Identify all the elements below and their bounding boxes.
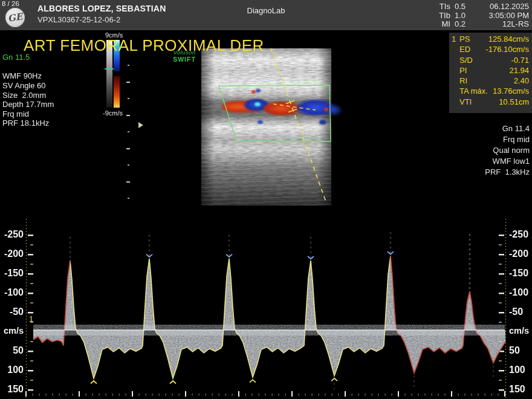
- time-ruler: [25, 391, 505, 397]
- left-param: Size 2.0mm: [2, 91, 54, 100]
- velocity-tick-right: 50: [509, 345, 532, 356]
- left-param: WMF 90Hz: [2, 71, 54, 81]
- measurement-value: -0.71: [473, 56, 529, 65]
- doppler-cursor-line: [271, 48, 326, 203]
- measurement-value: 10.51cm: [472, 97, 529, 106]
- probe-name: 12L-RS: [489, 20, 530, 29]
- grayscale-marker: [105, 68, 114, 70]
- measurement-row: TA máx.13.76cm/s: [452, 86, 529, 97]
- exam-time: 3:05:00 PM: [489, 11, 530, 21]
- ge-logo-monogram: GE: [7, 11, 24, 24]
- focus-marker-icon: [138, 122, 143, 128]
- right-param: Gn 11.4: [485, 123, 530, 134]
- baseline-line: [33, 329, 505, 330]
- measurement-label: ED: [459, 45, 470, 54]
- facility-name: DiagnoLab: [247, 6, 285, 15]
- measurement-panel: 1PS125.84cm/sED-176.10cm/sS/D-0.71PI21.9…: [449, 33, 532, 113]
- spectral-doppler-display: [0, 218, 532, 399]
- measurement-row: RI2.40: [452, 76, 529, 86]
- velocity-tick-left: -250: [0, 229, 24, 240]
- frame-counter: 8 / 26: [2, 0, 19, 7]
- velocity-tick-right: -250: [509, 229, 532, 240]
- measurement-row: 1PS125.84cm/s: [452, 34, 529, 45]
- left-param: SV Angle 60: [2, 81, 54, 91]
- measurement-row: S/D-0.71: [452, 56, 529, 66]
- measurement-label: VTI: [459, 97, 472, 106]
- velocity-tick-right: cm/s: [509, 326, 532, 336]
- safety-label: MI: [441, 20, 450, 29]
- depth-tick-dot: [128, 164, 129, 166]
- axis-ticks: [28, 235, 504, 391]
- exam-date: 06.12.2025: [489, 2, 530, 11]
- doppler-waveform: [33, 230, 505, 391]
- right-param: WMF low1: [485, 156, 530, 167]
- bmode-overlay: [201, 48, 331, 207]
- angle-correct-line: [273, 104, 316, 110]
- patient-name: ALBORES LOPEZ, SEBASTIAN: [37, 4, 166, 13]
- measurement-label: PI: [459, 66, 467, 75]
- right-param: Frq mid: [485, 134, 530, 145]
- measurement-row: ED-176.10cm/s: [452, 45, 529, 55]
- depth-tick-dot: [128, 98, 129, 99]
- depth-tick-dash: [126, 148, 130, 149]
- safety-row: TIb1.0: [439, 11, 465, 21]
- velocity-tick-left: 100: [0, 365, 24, 375]
- velocity-tick-left: -50: [0, 307, 24, 317]
- velocity-tick-right: -200: [509, 248, 532, 259]
- depth-tick-dash: [126, 82, 130, 83]
- measurement-label: S/D: [459, 56, 473, 65]
- acoustic-output-block: TIs0.5TIb1.0MI0.2: [439, 2, 465, 29]
- measurement-value: 125.84cm/s: [470, 34, 529, 44]
- safety-value: 1.0: [455, 11, 465, 21]
- ultrasound-screen: { "header": { "frame_counter": "8 / 26",…: [0, 0, 532, 399]
- safety-value: 0.5: [455, 2, 465, 11]
- measurement-label: PS: [459, 34, 470, 44]
- safety-value: 0.2: [455, 20, 465, 29]
- left-param: Depth 17.7mm: [2, 100, 54, 109]
- measurement-value: -176.10cm/s: [470, 45, 529, 54]
- velocity-tick-left: -150: [0, 268, 24, 279]
- measurement-label: RI: [459, 76, 467, 85]
- velocity-tick-left: -200: [0, 248, 24, 259]
- velocity-tick-right: -100: [509, 287, 532, 298]
- brand-watermark-line2: SWIFT: [173, 56, 196, 63]
- right-param: Qual norm: [485, 145, 530, 156]
- measurement-row: VTI10.51cm: [452, 97, 529, 108]
- measurement-label: TA máx.: [459, 86, 488, 96]
- dip-caret: [91, 381, 97, 384]
- depth-tick-dash: [126, 181, 130, 183]
- header-bar: 8 / 26 GE ALBORES LOPEZ, SEBASTIAN VPXL3…: [0, 0, 532, 30]
- color-box: [219, 85, 331, 141]
- safety-label: TIs: [440, 2, 450, 11]
- measurement-index: 1: [452, 34, 459, 44]
- safety-label: TIb: [439, 11, 450, 21]
- dip-caret: [250, 380, 256, 383]
- exam-annotation: ART FEMORAL PROXIMAL DER: [24, 36, 264, 55]
- safety-row: TIs0.5: [439, 2, 465, 11]
- velocity-tick-right: 150: [509, 384, 532, 395]
- left-param: Frq mid: [2, 109, 54, 119]
- measurement-value: 2.40: [467, 76, 529, 85]
- measurement-value: 21.94: [467, 66, 529, 75]
- safety-row: MI0.2: [439, 20, 465, 29]
- depth-tick-dash: [126, 115, 130, 116]
- velocity-tick-left: cm/s: [0, 326, 24, 336]
- measurement-row: PI21.94: [452, 66, 529, 76]
- right-param: PRF 1.3kHz: [485, 167, 530, 178]
- right-parameter-block: Gn 11.4Frq midQual normWMF low1PRF 1.3kH…: [485, 123, 530, 178]
- trace-carets: [91, 251, 394, 383]
- cycle-number-marker: 1: [29, 314, 33, 323]
- velocity-scale-bottom: -9cm/s: [103, 109, 123, 117]
- velocity-tick-left: 150: [0, 384, 24, 395]
- depth-tick-dot: [128, 65, 129, 66]
- datetime-block: 06.12.2025 3:05:00 PM 12L-RS: [489, 2, 530, 29]
- ge-logo-icon: GE: [5, 7, 25, 28]
- velocity-tick-left: -100: [0, 287, 24, 298]
- dip-caret: [170, 381, 176, 384]
- velocity-tick-right: -50: [509, 307, 532, 317]
- velocity-tick-right: -150: [509, 268, 532, 279]
- left-param: PRF 18.1kHz: [2, 118, 54, 128]
- patient-id: VPXL30367-25-12-06-2: [37, 15, 120, 24]
- depth-tick-dot: [128, 131, 129, 132]
- depth-tick-dot: [128, 198, 129, 199]
